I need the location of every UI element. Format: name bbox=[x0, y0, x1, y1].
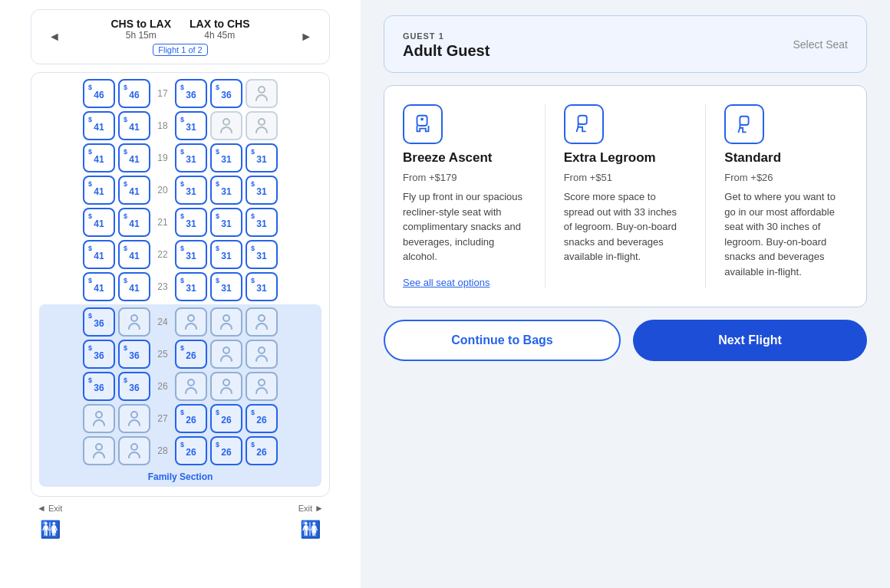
seat-button[interactable]: $31 bbox=[175, 111, 207, 140]
guest-number: 1 bbox=[439, 31, 444, 41]
seat-button[interactable]: $31 bbox=[246, 272, 278, 301]
prev-flight-button[interactable]: ◄ bbox=[42, 27, 67, 47]
seat-button[interactable]: $46 bbox=[118, 79, 150, 108]
right-panel: GUEST 1 Adult Guest Select Seat Breeze A… bbox=[361, 0, 890, 588]
unavailable-seat bbox=[246, 372, 278, 401]
guest-label-line: GUEST 1 bbox=[403, 28, 490, 42]
guest-info: GUEST 1 Adult Guest bbox=[403, 28, 490, 60]
restroom-row: 🚻 🚻 bbox=[31, 517, 330, 543]
unavailable-seat bbox=[83, 436, 115, 465]
seat-row: 28$26$26$26 bbox=[42, 436, 318, 465]
exit-left: ◄ Exit bbox=[37, 503, 62, 514]
seat-button[interactable]: $36 bbox=[210, 79, 242, 108]
route1-label: CHS to LAX bbox=[110, 18, 171, 30]
svg-point-8 bbox=[259, 347, 265, 353]
seat-button[interactable]: $31 bbox=[175, 208, 207, 237]
guest-name: Adult Guest bbox=[403, 42, 490, 60]
seat-button[interactable]: $31 bbox=[210, 143, 242, 172]
seat-row: $41$4121$31$31$31 bbox=[39, 208, 321, 237]
seat-button[interactable]: $41 bbox=[83, 111, 115, 140]
seat-button[interactable]: $26 bbox=[210, 404, 242, 433]
seat-option-breeze-ascent[interactable]: Breeze Ascent From +$179 Fly up front in… bbox=[403, 104, 526, 288]
row-number: 28 bbox=[153, 445, 172, 456]
seat-button[interactable]: $41 bbox=[83, 208, 115, 237]
seat-map-panel: ◄ CHS to LAX 5h 15m LAX to CHS 4h 45m Fl… bbox=[0, 0, 361, 588]
svg-point-5 bbox=[223, 315, 229, 321]
unavailable-seat bbox=[175, 372, 207, 401]
seat-button[interactable]: $31 bbox=[246, 143, 278, 172]
unavailable-seat bbox=[210, 111, 242, 140]
seat-button[interactable]: $41 bbox=[83, 272, 115, 301]
svg-point-13 bbox=[131, 412, 137, 418]
seat-button[interactable]: $36 bbox=[83, 340, 115, 369]
seat-button[interactable]: $26 bbox=[210, 436, 242, 465]
svg-point-11 bbox=[259, 379, 265, 386]
seat-button[interactable]: $31 bbox=[246, 176, 278, 205]
seat-button[interactable]: $26 bbox=[246, 436, 278, 465]
seat-button[interactable]: $31 bbox=[210, 240, 242, 269]
seat-option-extra-legroom[interactable]: Extra Legroom From +$51 Score more space… bbox=[564, 104, 687, 288]
seat-button[interactable]: $41 bbox=[118, 208, 150, 237]
action-buttons: Continue to Bags Next Flight bbox=[384, 320, 867, 361]
unavailable-seat bbox=[118, 307, 150, 337]
next-flight-button[interactable]: ► bbox=[294, 27, 318, 47]
exit-left-label: Exit bbox=[48, 504, 62, 513]
seat-button[interactable]: $41 bbox=[118, 143, 150, 172]
row-number: 27 bbox=[153, 413, 172, 424]
extra-legroom-desc: Score more space to spread out with 33 i… bbox=[564, 189, 687, 264]
continue-to-bags-button[interactable]: Continue to Bags bbox=[384, 320, 621, 361]
seat-grid: $46$4617$36$36 $41$4118$31 $41$4119$31$3… bbox=[39, 79, 321, 487]
seat-button[interactable]: $41 bbox=[118, 272, 150, 301]
seat-button[interactable]: $31 bbox=[175, 272, 207, 301]
svg-rect-20 bbox=[740, 117, 749, 125]
seat-button[interactable]: $31 bbox=[175, 143, 207, 172]
seat-button[interactable]: $36 bbox=[118, 372, 150, 401]
seat-button[interactable]: $41 bbox=[83, 143, 115, 172]
unavailable-seat bbox=[210, 340, 242, 369]
row-number: 26 bbox=[153, 381, 172, 392]
see-all-link[interactable]: See all seat options bbox=[403, 277, 526, 288]
seat-button[interactable]: $31 bbox=[175, 240, 207, 269]
seat-button[interactable]: $46 bbox=[83, 79, 115, 108]
seat-button[interactable]: $41 bbox=[83, 176, 115, 205]
seat-button[interactable]: $36 bbox=[83, 372, 115, 401]
seat-button[interactable]: $26 bbox=[175, 436, 207, 465]
seat-button[interactable]: $41 bbox=[83, 240, 115, 269]
seat-button[interactable]: $31 bbox=[246, 208, 278, 237]
seat-button[interactable]: $31 bbox=[246, 240, 278, 269]
restroom-left-icon: 🚻 bbox=[40, 520, 61, 540]
seat-button[interactable]: $36 bbox=[118, 340, 150, 369]
unavailable-seat bbox=[246, 79, 278, 108]
restroom-right-icon: 🚻 bbox=[300, 520, 321, 540]
next-flight-button-right[interactable]: Next Flight bbox=[633, 320, 867, 361]
seat-button[interactable]: $41 bbox=[118, 176, 150, 205]
unavailable-seat bbox=[175, 307, 207, 337]
row-number: 20 bbox=[153, 185, 172, 195]
seat-button[interactable]: $31 bbox=[175, 176, 207, 205]
svg-point-14 bbox=[96, 444, 102, 450]
seat-button[interactable]: $31 bbox=[210, 272, 242, 301]
standard-name: Standard bbox=[724, 150, 848, 166]
seat-button[interactable]: $31 bbox=[210, 208, 242, 237]
seat-row: $36$3626 bbox=[42, 372, 318, 401]
seat-row: 27$26$26$26 bbox=[42, 404, 318, 433]
breeze-ascent-icon bbox=[403, 104, 443, 144]
route2-label: LAX to CHS bbox=[190, 18, 250, 30]
seat-button[interactable]: $36 bbox=[175, 79, 207, 108]
standard-price: From +$26 bbox=[724, 172, 848, 183]
seat-option-standard[interactable]: Standard From +$26 Get to where you want… bbox=[724, 104, 848, 288]
guest-card: GUEST 1 Adult Guest Select Seat bbox=[384, 15, 867, 73]
guest-label: GUEST bbox=[403, 31, 435, 41]
seat-button[interactable]: $26 bbox=[175, 340, 207, 369]
seat-button[interactable]: $26 bbox=[175, 404, 207, 433]
seat-button[interactable]: $36 bbox=[83, 307, 115, 337]
seat-button[interactable]: $26 bbox=[246, 404, 278, 433]
flight-badge: Flight 1 of 2 bbox=[153, 44, 207, 56]
unavailable-seat bbox=[246, 340, 278, 369]
seat-button[interactable]: $41 bbox=[118, 111, 150, 140]
seat-button[interactable]: $41 bbox=[118, 240, 150, 269]
extra-legroom-price: From +$51 bbox=[564, 172, 687, 183]
svg-point-15 bbox=[131, 444, 137, 450]
unavailable-seat bbox=[83, 404, 115, 433]
seat-button[interactable]: $31 bbox=[210, 176, 242, 205]
